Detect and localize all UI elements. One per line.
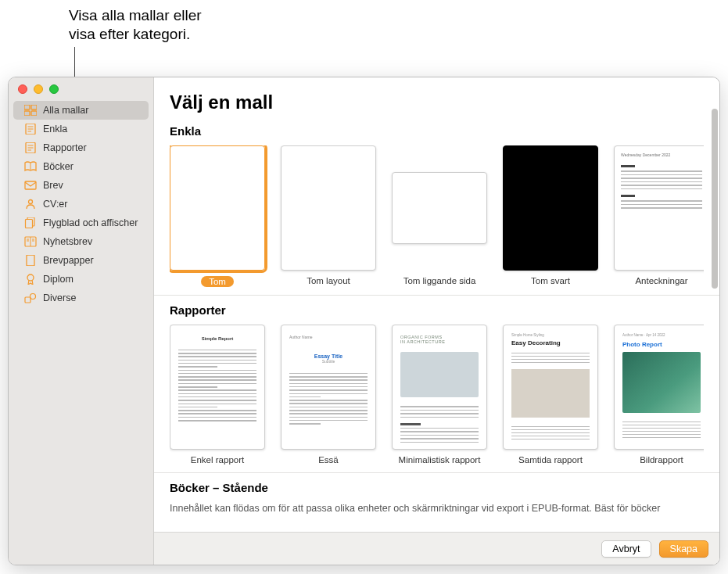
template-thumbnail[interactable]: Author Name · Apr 14 2022Photo Report — [614, 325, 704, 450]
person-icon — [24, 199, 37, 210]
section-heading: Böcker – Stående — [170, 481, 704, 494]
template-thumbnail[interactable]: ORGANIC FORMSIN ARCHITECTURE — [392, 325, 487, 450]
shapes-icon — [24, 292, 37, 303]
svg-rect-2 — [24, 111, 30, 116]
sidebar-item-b-cker[interactable]: Böcker — [13, 157, 149, 176]
template-item[interactable]: Tom — [170, 145, 265, 287]
dialog-footer: Avbryt Skapa — [154, 532, 719, 565]
window-controls — [18, 84, 59, 94]
sidebar-item-label: Böcker — [43, 161, 74, 172]
ribbon-icon — [24, 274, 37, 285]
template-thumbnail[interactable] — [281, 145, 376, 271]
window-body: Alla mallarEnklaRapporterBöckerBrevCV:er… — [9, 77, 719, 565]
section-heading: Rapporter — [170, 303, 704, 317]
template-label: Anteckningar — [635, 276, 687, 285]
section-description: Innehållet kan flödas om för att passa o… — [170, 502, 704, 515]
template-item[interactable]: Wednesday December 2022Anteckningar — [614, 145, 704, 287]
template-item[interactable]: ORGANIC FORMSIN ARCHITECTUREMinimalistis… — [392, 325, 487, 465]
template-label: Tom svart — [531, 276, 570, 285]
template-item[interactable]: Tom layout — [281, 145, 376, 287]
svg-point-26 — [30, 294, 36, 300]
main-panel: Välj en mall EnklaTomTom layoutTom ligga… — [154, 77, 719, 565]
columns-icon — [24, 236, 37, 247]
svg-rect-1 — [31, 105, 37, 109]
close-window-button[interactable] — [18, 84, 27, 94]
svg-point-24 — [27, 274, 34, 281]
sidebar-item-brev[interactable]: Brev — [13, 176, 149, 195]
template-label: Bildrapport — [640, 455, 683, 465]
book-icon — [24, 161, 37, 172]
template-label: Tom layout — [307, 276, 350, 285]
zoom-window-button[interactable] — [49, 84, 59, 94]
scrollbar-thumb[interactable] — [712, 109, 718, 289]
create-button[interactable]: Skapa — [659, 540, 708, 558]
template-row: TomTom layoutTom liggande sidaTom svartW… — [170, 145, 704, 287]
section-divider — [154, 472, 719, 473]
template-label: Tom — [201, 276, 234, 287]
template-label: Enkel rapport — [191, 455, 244, 465]
template-thumbnail[interactable]: Simple Home StylingEasy Decorating — [503, 325, 598, 450]
template-chooser-window: Alla mallarEnklaRapporterBöckerBrevCV:er… — [8, 77, 720, 565]
svg-rect-0 — [24, 105, 30, 109]
template-item[interactable]: Author Name · Apr 14 2022Photo ReportBil… — [614, 325, 704, 465]
page-title: Välj en mall — [170, 91, 704, 113]
page-lines-icon — [24, 142, 37, 153]
sidebar-item-enkla[interactable]: Enkla — [13, 120, 149, 138]
sidebar-item-label: Brevpapper — [43, 255, 94, 266]
sidebar-item-rapporter[interactable]: Rapporter — [13, 138, 149, 157]
sidebar-item-flygblad-och-affischer[interactable]: Flygblad och affischer — [13, 213, 149, 232]
pages-icon — [24, 217, 37, 228]
sidebar-item-label: Alla mallar — [43, 105, 88, 116]
template-thumbnail[interactable] — [392, 172, 487, 244]
sidebar-item-label: Flygblad och affischer — [43, 217, 138, 228]
sidebar-item-diplom[interactable]: Diplom — [13, 270, 149, 289]
sidebar-item-alla-mallar[interactable]: Alla mallar — [13, 101, 149, 120]
category-sidebar: Alla mallarEnklaRapporterBöckerBrevCV:er… — [9, 77, 154, 565]
template-item[interactable]: Tom liggande sida — [392, 145, 487, 287]
template-item[interactable]: Author NameEssay TitleSubtitleEssä — [281, 325, 376, 465]
sidebar-item-label: Nyhetsbrev — [43, 236, 92, 247]
sidebar-item-label: Brev — [43, 180, 63, 191]
sidebar-item-brevpapper[interactable]: Brevpapper — [13, 251, 149, 270]
template-row: Simple ReportEnkel rapportAuthor NameEss… — [170, 325, 704, 465]
sidebar-item-label: Diverse — [43, 292, 76, 303]
sidebar-item-cv-er[interactable]: CV:er — [13, 195, 149, 213]
template-thumbnail[interactable] — [503, 145, 598, 271]
envelope-icon — [24, 180, 37, 191]
template-thumbnail[interactable] — [170, 145, 265, 271]
sidebar-item-label: Rapporter — [43, 142, 87, 153]
svg-rect-13 — [25, 181, 36, 189]
section-heading: Enkla — [170, 124, 704, 138]
sidebar-item-nyhetsbrev[interactable]: Nyhetsbrev — [13, 232, 149, 251]
template-item[interactable]: Simple ReportEnkel rapport — [170, 325, 265, 465]
template-item[interactable]: Tom svart — [503, 145, 598, 287]
template-label: Tom liggande sida — [403, 276, 476, 285]
sidebar-item-diverse[interactable]: Diverse — [13, 289, 149, 307]
svg-rect-3 — [31, 111, 37, 116]
minimize-window-button[interactable] — [34, 84, 43, 94]
template-thumbnail[interactable]: Simple Report — [170, 325, 265, 450]
template-label: Minimalistisk rapport — [399, 455, 481, 465]
sidebar-item-label: CV:er — [43, 199, 68, 210]
scrollbar-track — [708, 101, 719, 532]
section-divider — [154, 295, 719, 296]
page-lines-icon — [24, 124, 37, 135]
template-item[interactable]: Simple Home StylingEasy DecoratingSamtid… — [503, 325, 598, 465]
template-scroll-area[interactable]: Välj en mall EnklaTomTom layoutTom ligga… — [154, 77, 719, 532]
template-thumbnail[interactable]: Author NameEssay TitleSubtitle — [281, 325, 376, 450]
sidebar-item-label: Enkla — [43, 124, 67, 135]
svg-point-14 — [29, 200, 33, 204]
template-thumbnail[interactable]: Wednesday December 2022 — [614, 145, 704, 271]
template-label: Samtida rapport — [518, 455, 583, 465]
grid-icon — [24, 105, 37, 116]
svg-rect-16 — [26, 220, 33, 228]
cancel-button[interactable]: Avbryt — [601, 540, 651, 558]
callout-text: Visa alla mallar eller visa efter katego… — [69, 6, 202, 44]
sidebar-item-label: Diplom — [43, 274, 74, 285]
page-icon — [24, 255, 37, 266]
template-label: Essä — [318, 455, 339, 465]
svg-rect-23 — [27, 255, 34, 266]
svg-rect-25 — [25, 297, 30, 303]
